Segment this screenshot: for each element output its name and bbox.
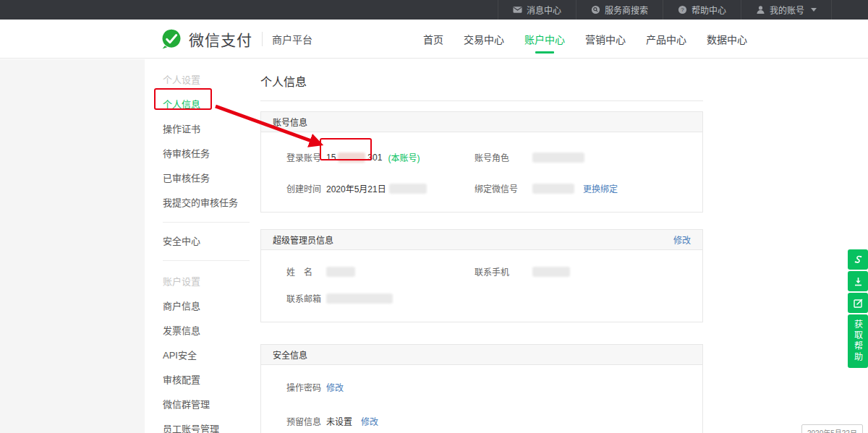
account-card-header: 账号信息	[261, 112, 702, 132]
bound-wechat-label: 绑定微信号	[475, 182, 532, 194]
main-content: 个人信息 账号信息 登录账号 15 301 (本账号)	[260, 59, 703, 433]
sidebar-item-api-security[interactable]: API安全	[163, 348, 250, 361]
redacted-created-time	[389, 184, 427, 194]
current-account-note: (本账号)	[388, 151, 420, 163]
topbar-item-label: 消息中心	[527, 4, 561, 16]
download-icon	[853, 276, 864, 287]
login-account-value: 15 301	[326, 153, 382, 163]
redacted-account-role	[532, 153, 584, 163]
brand-subtitle: 商户平台	[272, 32, 312, 46]
svg-text:?: ?	[681, 7, 684, 13]
account-card-body: 登录账号 15 301 (本账号) 账号角色	[261, 132, 702, 212]
page-title: 个人信息	[260, 59, 703, 90]
title-divider	[260, 100, 703, 101]
nav-item-marketing-center[interactable]: 营销中心	[585, 32, 626, 46]
nav-item-data-center[interactable]: 数据中心	[707, 32, 747, 46]
wechat-pay-merchant-platform: 消息中心 服务商搜索 ? 帮助中心 我的账号	[0, 0, 868, 433]
user-icon	[756, 5, 765, 14]
redacted-admin-name	[326, 267, 355, 277]
login-account-prefix: 15	[326, 153, 336, 163]
quick-link-button[interactable]	[848, 249, 868, 270]
header: 微信支付 商户平台 首页 交易中心 账户中心 营销中心 产品中心 数据中心	[0, 20, 868, 59]
redacted-wechat-id	[532, 184, 574, 194]
admin-info-card: 超级管理员信息 修改 姓 名 联系手机 联系邮箱	[260, 229, 703, 322]
get-help-button[interactable]: 获取帮助	[848, 314, 868, 368]
operation-password-label: 操作密码	[286, 381, 326, 393]
sidebar-divider	[163, 260, 250, 261]
reserved-modify-link[interactable]: 修改	[361, 415, 378, 427]
topbar-item-label: 帮助中心	[692, 4, 726, 16]
sidebar-item-pending-review-tasks[interactable]: 待审核任务	[163, 146, 250, 160]
date-tooltip: 2020年5月22日	[801, 424, 863, 433]
topbar-item-label: 我的账号	[770, 4, 804, 16]
sidebar-item-security-center[interactable]: 安全中心	[163, 233, 250, 247]
change-binding-link[interactable]: 更换绑定	[583, 182, 618, 194]
sidebar-group-title-account: 账户设置	[163, 274, 250, 288]
help-icon: ?	[678, 5, 687, 14]
account-info-card: 账号信息 登录账号 15 301 (本账号) 账号角色	[260, 111, 703, 213]
account-role-label: 账号角色	[475, 151, 532, 163]
admin-card-header: 超级管理员信息 修改	[261, 230, 702, 250]
nav-item-account-center[interactable]: 账户中心	[524, 32, 565, 46]
brand-name: 微信支付	[189, 28, 252, 50]
mail-icon	[513, 5, 522, 14]
chevron-down-icon	[811, 8, 817, 12]
login-account-label: 登录账号	[286, 151, 326, 163]
login-account-suffix: 301	[367, 153, 382, 163]
admin-card-title: 超级管理员信息	[273, 233, 333, 246]
search-icon	[591, 5, 600, 14]
password-modify-link[interactable]: 修改	[326, 381, 344, 393]
security-card-title: 安全信息	[273, 348, 307, 361]
sidebar: 个人设置 个人信息 操作证书 待审核任务 已审核任务 我提交的审核任务 安全中心…	[145, 59, 250, 433]
sidebar-item-reviewed-tasks[interactable]: 已审核任务	[163, 171, 250, 184]
sidebar-group-title-personal: 个人设置	[163, 72, 250, 86]
redacted-contact-email	[326, 293, 393, 304]
reserved-info-label: 预留信息	[286, 415, 326, 427]
security-card-header: 安全信息	[261, 345, 702, 365]
sidebar-item-my-submitted-tasks[interactable]: 我提交的审核任务	[163, 195, 250, 209]
main-nav: 首页 交易中心 账户中心 营销中心 产品中心 数据中心	[423, 20, 747, 59]
feedback-button[interactable]	[848, 293, 868, 313]
nav-item-home[interactable]: 首页	[423, 32, 443, 46]
topbar-item-my-account[interactable]: 我的账号	[741, 0, 832, 20]
sidebar-item-invoice-info[interactable]: 发票信息	[163, 323, 250, 337]
redacted-contact-phone	[532, 267, 570, 277]
edit-icon	[853, 298, 864, 309]
security-card-body: 操作密码 修改 预留信息 未设置 修改 预留信息是由你自己设置的一段文字，用来鉴…	[261, 365, 702, 433]
created-time-label: 创建时间	[286, 182, 326, 194]
topbar: 消息中心 服务商搜索 ? 帮助中心 我的账号	[0, 0, 868, 20]
contact-phone-label: 联系手机	[475, 265, 532, 278]
left-gutter	[0, 59, 145, 433]
admin-edit-link[interactable]: 修改	[673, 233, 691, 246]
nav-item-product-center[interactable]: 产品中心	[646, 32, 686, 46]
floating-toolbar: 获取帮助	[848, 249, 868, 368]
sidebar-item-merchant-info[interactable]: 商户信息	[163, 299, 250, 312]
sidebar-divider	[163, 222, 250, 223]
sidebar-item-review-config[interactable]: 审核配置	[163, 372, 250, 386]
brand: 微信支付 商户平台	[161, 20, 312, 59]
sidebar-item-operation-cert[interactable]: 操作证书	[163, 121, 250, 135]
brand-divider	[262, 32, 263, 46]
link-icon	[853, 254, 864, 265]
security-info-card: 安全信息 操作密码 修改 预留信息 未设置 修改 预留	[260, 344, 703, 433]
account-card-title: 账号信息	[273, 116, 307, 128]
reserved-info-status: 未设置	[326, 415, 352, 427]
admin-name-label: 姓 名	[286, 265, 326, 278]
sidebar-item-staff-account-mgmt[interactable]: 员工账号管理	[163, 421, 250, 433]
admin-card-body: 姓 名 联系手机 联系邮箱	[261, 250, 702, 322]
nav-item-transaction-center[interactable]: 交易中心	[464, 32, 504, 46]
topbar-item-label: 服务商搜索	[605, 4, 648, 16]
sidebar-item-personal-info[interactable]: 个人信息	[163, 97, 250, 111]
sidebar-item-wechat-group-mgmt[interactable]: 微信群管理	[163, 397, 250, 411]
redacted-login-digits	[338, 153, 365, 163]
topbar-item-messages[interactable]: 消息中心	[498, 0, 576, 20]
download-button[interactable]	[848, 271, 868, 291]
created-time-value: 2020年5月21日	[326, 182, 386, 194]
wechat-pay-logo-icon	[161, 28, 182, 50]
topbar-item-help[interactable]: ? 帮助中心	[663, 0, 741, 20]
contact-email-label: 联系邮箱	[286, 292, 326, 304]
topbar-item-service-search[interactable]: 服务商搜索	[576, 0, 663, 20]
